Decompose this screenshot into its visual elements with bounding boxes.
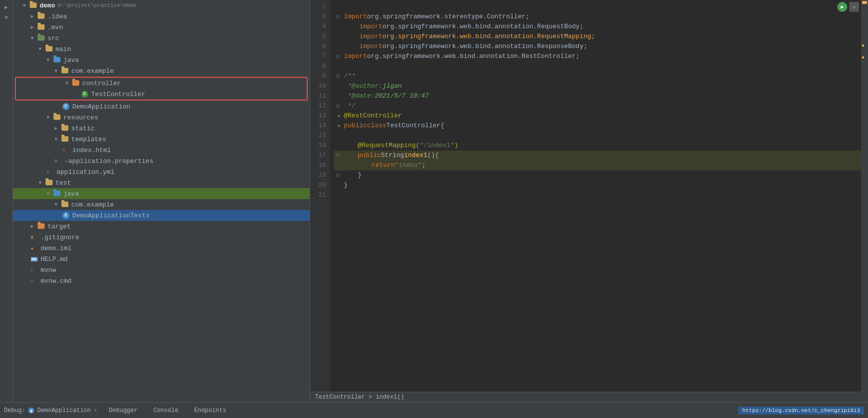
- demoapplication-icon: C: [62, 103, 70, 110]
- comment-colon-11: :: [371, 91, 375, 101]
- tree-root[interactable]: ▼ demo D:\project\practice\demo: [13, 0, 310, 11]
- debug-app-icon: ◉: [28, 408, 34, 414]
- tree-item-demoapplication[interactable]: C DemoApplication: [13, 101, 310, 112]
- tree-item-com-example[interactable]: ▼ com.example: [13, 65, 310, 76]
- tree-item-main[interactable]: ▼ main: [13, 44, 310, 54]
- tree-item-mvnw-cmd[interactable]: ▷ mvnw.cmd: [13, 275, 310, 286]
- comment-tag-10: @author: [352, 81, 379, 91]
- kw-5: import: [359, 32, 382, 42]
- debug-label-area: Debug: ◉ DemoApplication ×: [4, 407, 97, 414]
- root-label: demo: [40, 2, 55, 9]
- console-label: Console: [153, 407, 178, 414]
- java-arrow: ▼: [47, 57, 54, 63]
- idea-label: .idea: [48, 13, 67, 20]
- gutter-green-13: ✦: [337, 111, 341, 121]
- code-text[interactable]: ⊟ import org.springframework.stereotype.…: [330, 0, 868, 392]
- mvnw-icon: ▷: [31, 266, 39, 274]
- demo-iml-label: demo.iml: [41, 245, 71, 252]
- side-icon-2[interactable]: ▼: [1, 13, 11, 23]
- tree-item-idea[interactable]: ▶ .idea: [13, 11, 310, 22]
- code-editor: ▶ ↺ 2 3 4 5 6 7 8 9 10 11: [310, 0, 868, 402]
- reload-icon: ↺: [853, 4, 856, 10]
- tree-item-index-html[interactable]: ≡ index.html: [13, 145, 310, 156]
- fold-icon-9[interactable]: ⊟: [336, 71, 340, 81]
- gutter-19: ⊟: [334, 170, 344, 180]
- pkg-6: org.springframework.web.bind.annotation.…: [382, 42, 587, 52]
- code-content: 2 3 4 5 6 7 8 9 10 11 12 13 14 15 16 17 …: [310, 0, 868, 392]
- tree-item-mvn[interactable]: ▶ .mvn: [13, 22, 310, 33]
- tree-item-test[interactable]: ▼ test: [13, 177, 310, 188]
- fold-icon-3[interactable]: ⊟: [336, 12, 340, 22]
- index-html-icon: ≡: [62, 146, 70, 154]
- code-line-21: [334, 190, 864, 200]
- status-url[interactable]: https://blog.csdn.net/c_chengzipi813: [738, 407, 864, 415]
- code-line-8: [334, 61, 864, 71]
- mvn-folder-icon: [38, 23, 46, 31]
- idea-folder-icon: [38, 12, 46, 20]
- test-label: test: [55, 179, 71, 187]
- tree-item-controller[interactable]: ▼ controller: [16, 78, 307, 89]
- tree-item-mvnw[interactable]: ▷ mvnw: [13, 264, 310, 275]
- tree-item-application-yml[interactable]: Y application.yml: [13, 166, 310, 177]
- code-line-10: * @author : jlgan: [334, 81, 864, 91]
- code-line-7: ⊟ import org.springframework.web.bind.an…: [334, 52, 864, 61]
- run-icon: ▶: [841, 4, 844, 10]
- fold-icon-12[interactable]: ⊟: [336, 101, 340, 111]
- resources-label: resources: [63, 114, 98, 121]
- debug-tab-endpoints[interactable]: Endpoints: [190, 406, 230, 415]
- test-java-arrow: ▼: [47, 191, 54, 197]
- comment-10: *: [344, 81, 352, 91]
- tree-item-testcontroller[interactable]: C TestController: [16, 89, 307, 100]
- tree-item-demo-iml[interactable]: ◆ demo.iml: [13, 243, 310, 254]
- tree-item-application-props[interactable]: ⚙ -application.properties: [13, 156, 310, 166]
- controller-label: controller: [82, 80, 121, 87]
- src-folder-icon: [38, 34, 46, 42]
- tree-item-templates[interactable]: ▼ templates: [13, 134, 310, 145]
- code-line-18: return "index";: [334, 160, 864, 170]
- debug-close-btn[interactable]: ×: [94, 408, 97, 414]
- side-icon-1[interactable]: ▶: [1, 2, 11, 12]
- comment-colon-10: :: [379, 81, 382, 91]
- test-arrow: ▼: [39, 180, 46, 186]
- gutter-17: ⊟: [334, 151, 344, 160]
- fold-icon-17[interactable]: ⊟: [336, 151, 340, 160]
- test-com-arrow: ▼: [54, 202, 61, 208]
- tree-item-help-md[interactable]: MD HELP.md: [13, 254, 310, 264]
- kw-public-17: public: [358, 151, 381, 160]
- code-line-5: import org.springframework.web.bind.anno…: [334, 32, 864, 42]
- pkg-3: org.springframework.stereotype.Controlle…: [367, 12, 530, 22]
- gitignore-label: .gitignore: [41, 234, 79, 241]
- code-line-13: ✦ @RestController: [334, 111, 864, 121]
- gutter-3: ⊟: [334, 12, 344, 22]
- brace-close-20: }: [344, 180, 348, 190]
- reload-button[interactable]: ↺: [849, 2, 859, 12]
- static-folder-icon: [61, 124, 69, 132]
- annotation-16: @RequestMapping(: [358, 141, 420, 151]
- debug-tab-debugger[interactable]: Debugger: [105, 406, 142, 415]
- target-folder-icon: [38, 222, 46, 230]
- tree-item-test-java[interactable]: ▼ java: [13, 188, 310, 199]
- run-button[interactable]: ▶: [837, 2, 847, 12]
- fold-icon-7[interactable]: ⊟: [336, 52, 340, 61]
- code-line-3: ⊟ import org.springframework.stereotype.…: [334, 12, 864, 22]
- idea-arrow: ▶: [31, 13, 38, 19]
- testcontroller-icon: C: [81, 90, 89, 98]
- paren-17: (){: [427, 151, 438, 160]
- tree-item-static[interactable]: ▶ static: [13, 123, 310, 134]
- gutter-13: ✦: [334, 111, 344, 121]
- demoapplication-label: DemoApplication: [72, 103, 130, 110]
- static-arrow: ▶: [54, 125, 61, 131]
- tree-item-test-com-example[interactable]: ▼ com.example: [13, 199, 310, 210]
- tree-item-gitignore[interactable]: ≣ .gitignore: [13, 232, 310, 243]
- tree-item-java[interactable]: ▼ java: [13, 54, 310, 65]
- tree-item-resources[interactable]: ▼ resources: [13, 112, 310, 123]
- tree-item-target[interactable]: ▶ target: [13, 221, 310, 232]
- pkg-4: org.springframework.web.bind.annotation.…: [382, 22, 584, 32]
- code-line-12: ⊟ */: [334, 101, 864, 111]
- tree-item-src[interactable]: ▼ src: [13, 33, 310, 44]
- test-java-folder-icon: [54, 190, 61, 198]
- fold-icon-19[interactable]: ⊟: [336, 170, 340, 180]
- controller-arrow: ▼: [65, 81, 72, 86]
- tree-item-demoapplicationtests[interactable]: C DemoApplicationTests: [13, 210, 310, 221]
- debug-tab-console[interactable]: Console: [149, 406, 182, 415]
